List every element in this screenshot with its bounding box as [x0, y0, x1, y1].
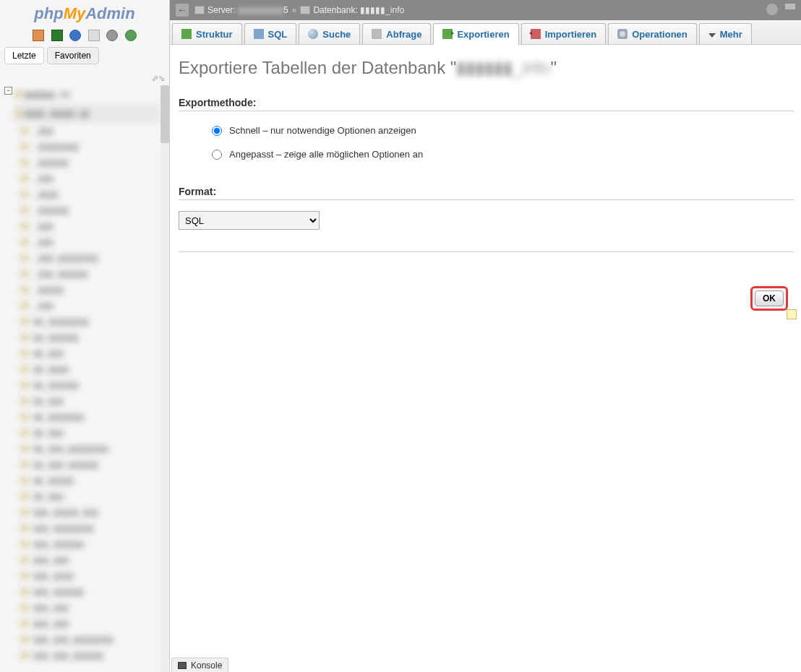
help-icon[interactable] [69, 30, 81, 41]
logout-icon[interactable] [51, 30, 63, 41]
tab-exportieren-label: Exportieren [457, 29, 509, 40]
tree-table[interactable]: _▮▮▮▮▮ [14, 282, 160, 298]
reload-icon[interactable] [125, 30, 137, 41]
tree-table[interactable]: _▮▮▮_▮▮▮▮▮▮ [14, 266, 160, 282]
tab-importieren[interactable]: Importieren [521, 23, 607, 44]
tree-table[interactable]: ▮▮_▮▮▮_▮▮▮▮▮▮▮▮ [14, 441, 160, 457]
tab-operationen[interactable]: Operationen [608, 23, 697, 44]
tab-operationen-label: Operationen [632, 29, 688, 40]
tab-mehr[interactable]: Mehr [699, 23, 752, 44]
collapse-icon[interactable]: − [4, 87, 12, 95]
home-icon[interactable] [33, 30, 44, 41]
tree-table[interactable]: _▮▮▮▮▮▮▮▮ [14, 139, 160, 155]
tree-table[interactable]: ▮▮▮_▮▮▮▮▮_▮▮▮ [14, 504, 160, 520]
tree-table[interactable]: ▮▮_▮▮▮_▮▮▮▮▮▮ [14, 457, 160, 473]
query-icon [372, 29, 382, 39]
import-icon [531, 29, 541, 39]
console-bar[interactable]: Konsole [171, 658, 228, 672]
sql-query-icon[interactable] [88, 30, 100, 41]
tree-table[interactable]: ▮▮_▮▮▮▮▮▮ [14, 377, 160, 393]
tree-table[interactable]: ▮▮_▮▮▮ [14, 488, 160, 504]
sidebar-scrollbar[interactable] [160, 85, 169, 672]
tree-table[interactable]: _▮▮▮ [14, 234, 160, 250]
operations-icon [617, 29, 627, 39]
server-label: Server: [207, 5, 236, 15]
tab-exportieren[interactable]: Exportieren [433, 23, 518, 45]
tree-table[interactable]: _▮▮▮▮▮▮ [14, 202, 160, 218]
bookmark-icon[interactable] [787, 309, 797, 319]
database-tree[interactable]: − ▮▮▮▮▮▮_db▮▮▮▮_▮▮▮▮▮_▮▮_▮▮▮_▮▮▮▮▮▮▮▮_▮▮… [0, 85, 160, 672]
tree-table[interactable]: ▮▮▮_▮▮▮▮▮▮ [14, 584, 160, 600]
tree-table[interactable]: _▮▮▮▮ [14, 186, 160, 202]
link-icon[interactable]: ⬀⬂ [152, 74, 165, 83]
breadcrumb-sep: » [292, 5, 297, 15]
tree-table[interactable]: _▮▮▮ [14, 123, 160, 139]
logo-my: My [64, 4, 86, 22]
ok-highlight: OK [750, 286, 788, 311]
tab-mehr-label: Mehr [720, 29, 742, 40]
tree-table[interactable]: ▮▮_▮▮▮▮▮▮▮ [14, 409, 160, 425]
tree-table[interactable]: ▮▮_▮▮▮ [14, 425, 160, 441]
logo: phpMyAdmin [0, 0, 169, 26]
format-header: Format: [179, 186, 794, 200]
tab-struktur-label: Struktur [196, 29, 233, 40]
title-dbname: ▮▮▮▮▮▮_info [456, 58, 550, 77]
title-prefix: Exportiere Tabellen der Datenbank " [179, 58, 456, 77]
tree-table[interactable]: ▮▮▮_▮▮▮_▮▮▮▮▮▮ [14, 647, 160, 663]
scroll-thumb[interactable] [160, 85, 169, 143]
tab-sql-label: SQL [268, 29, 288, 40]
collapse-top-icon[interactable] [785, 4, 795, 9]
radio-quick[interactable]: Schnell – nur notwendige Optionen anzeig… [179, 122, 794, 139]
server-suffix: 5 [283, 5, 288, 15]
structure-icon [181, 29, 192, 39]
tree-table[interactable]: _▮▮▮ [14, 298, 160, 314]
tree-table[interactable]: ▮▮_▮▮▮▮▮▮ [14, 329, 160, 345]
tree-table[interactable]: ▮▮▮_▮▮▮▮ [14, 568, 160, 584]
tree-table[interactable]: _▮▮▮ [14, 171, 160, 186]
export-content: Exportiere Tabellen der Datenbank "▮▮▮▮▮… [170, 45, 801, 259]
database-icon [300, 6, 310, 14]
tree-table[interactable]: ▮▮▮_▮▮▮▮▮▮ [14, 536, 160, 552]
database-value[interactable]: ▮▮▮▮▮_info [360, 5, 404, 15]
tab-suche-label: Suche [322, 29, 351, 40]
tab-recent[interactable]: Letzte [4, 47, 44, 64]
back-icon[interactable]: ← [176, 4, 189, 17]
tree-table[interactable]: _▮▮▮ [14, 218, 160, 234]
tree-table[interactable]: ▮▮_▮▮▮▮▮▮▮▮ [14, 314, 160, 329]
format-select[interactable]: SQL [179, 211, 320, 230]
page-settings-icon[interactable] [766, 4, 778, 15]
settings-icon[interactable] [106, 30, 118, 41]
logo-php: php [34, 4, 63, 22]
tab-favorites[interactable]: Favoriten [47, 47, 99, 64]
tab-suche[interactable]: Suche [299, 23, 360, 44]
tree-table[interactable]: ▮▮▮_▮▮▮ [14, 552, 160, 568]
export-icon [442, 29, 453, 39]
radio-custom-input[interactable] [212, 150, 222, 160]
tree-database[interactable]: ▮▮▮▮▮▮_db [14, 85, 160, 104]
radio-custom[interactable]: Angepasst – zeige alle möglichen Optione… [179, 146, 794, 163]
tree-table[interactable]: ▮▮▮_▮▮▮ [14, 600, 160, 616]
tree-table[interactable]: _▮▮▮_▮▮▮▮▮▮▮▮ [14, 250, 160, 266]
tree-table[interactable]: ▮▮_▮▮▮ [14, 393, 160, 409]
tab-struktur[interactable]: Struktur [172, 23, 242, 44]
tree-table[interactable]: _▮▮▮▮▮▮ [14, 155, 160, 171]
tab-abfrage-label: Abfrage [386, 29, 421, 40]
tree-database-selected[interactable]: ▮▮▮▮_▮▮▮▮▮_▮▮ [14, 104, 160, 123]
tree-table[interactable]: ▮▮▮_▮▮▮_▮▮▮▮▮▮▮▮ [14, 632, 160, 647]
tab-sql[interactable]: SQL [244, 23, 297, 44]
server-icon [194, 6, 205, 14]
server-value[interactable]: ▮▮▮▮▮▮▮▮▮ [238, 5, 283, 15]
radio-quick-label: Schnell – nur notwendige Optionen anzeig… [229, 125, 416, 136]
tree-table[interactable]: ▮▮_▮▮▮ [14, 345, 160, 361]
tab-abfrage[interactable]: Abfrage [362, 23, 431, 44]
tree-table[interactable]: ▮▮▮_▮▮▮ [14, 616, 160, 632]
ok-button[interactable]: OK [755, 290, 784, 306]
tree-table[interactable]: ▮▮_▮▮▮▮▮ [14, 473, 160, 488]
logo-admin: Admin [85, 4, 134, 22]
console-icon [178, 662, 187, 669]
tree-table[interactable]: ▮▮_▮▮▮▮ [14, 361, 160, 377]
radio-quick-input[interactable] [212, 126, 222, 136]
chevron-down-icon [708, 33, 716, 38]
tree-table[interactable]: ▮▮▮_▮▮▮▮▮▮▮▮ [14, 520, 160, 536]
main-area: ← Server: ▮▮▮▮▮▮▮▮▮ 5 » Datenbank: ▮▮▮▮▮… [170, 0, 801, 672]
